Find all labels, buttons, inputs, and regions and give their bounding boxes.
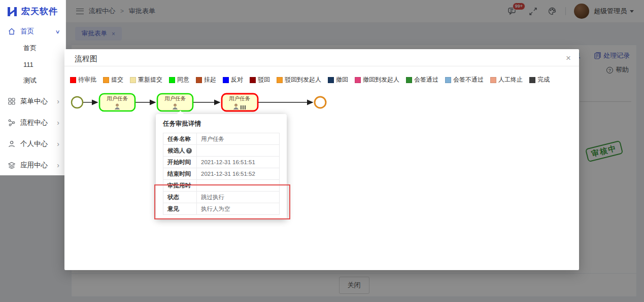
user-icon	[8, 140, 16, 147]
task-detail-table: 任务名称 用户任务 候选人 开始时间 2021-12-31 16:51:51 结…	[163, 133, 280, 215]
task-label: 用户任务	[229, 95, 251, 101]
flow-diagram-modal: 流程图 待审批 提交 重新提交 同意 挂起 反对 驳回 驳回到发起人 撤回 撤回…	[64, 49, 579, 270]
sidebar: 宏天软件 首页 首页 111 测试 菜单中心 流程中心	[0, 0, 66, 175]
table-row: 开始时间 2021-12-31 16:51:51	[163, 157, 280, 168]
sidebar-item-home[interactable]: 首页	[0, 23, 65, 40]
legend-swatch	[169, 77, 175, 83]
modal-header: 流程图	[64, 49, 579, 66]
legend-swatch	[223, 77, 229, 83]
layers-icon	[8, 162, 16, 169]
brand-logo[interactable]: 宏天软件	[0, 0, 65, 23]
sidebar-menu: 首页 首页 111 测试 菜单中心 流程中心 个人中心	[0, 23, 65, 174]
legend-item: 反对	[223, 76, 243, 84]
legend-item: 会签不通过	[445, 76, 484, 84]
chevron-right-icon	[57, 140, 59, 148]
legend-item: 会签通过	[406, 76, 438, 84]
task-approval-tooltip: 任务审批详情 任务名称 用户任务 候选人 开始时间 2021-12-31 16:…	[156, 114, 287, 219]
chevron-right-icon	[57, 119, 59, 127]
legend-item: 同意	[169, 76, 189, 84]
workflow-icon	[8, 119, 16, 126]
legend-item: 撤回到发起人	[355, 76, 399, 84]
legend-swatch	[103, 77, 109, 83]
table-row: 任务名称 用户任务	[163, 133, 280, 145]
legend-swatch	[445, 77, 451, 83]
legend-swatch	[70, 77, 76, 83]
chevron-right-icon	[57, 161, 59, 169]
modal-close-icon[interactable]	[566, 54, 571, 62]
tooltip-title: 任务审批详情	[156, 114, 287, 133]
status-legend: 待审批 提交 重新提交 同意 挂起 反对 驳回 驳回到发起人 撤回 撤回到发起人…	[64, 66, 579, 84]
legend-swatch	[328, 77, 334, 83]
sidebar-item-personal-center[interactable]: 个人中心	[0, 135, 65, 153]
legend-item: 提交	[103, 76, 123, 84]
sidebar-item-menu-center[interactable]: 菜单中心	[0, 93, 65, 110]
table-row: 审批用时	[163, 180, 280, 192]
sidebar-subitem-test[interactable]: 测试	[0, 72, 65, 89]
legend-item: 驳回	[250, 76, 270, 84]
legend-item: 重新提交	[130, 76, 162, 84]
home-submenu: 首页 111 测试	[0, 40, 65, 89]
legend-item: 人工终止	[490, 76, 523, 84]
sidebar-subitem-111[interactable]: 111	[0, 56, 65, 72]
legend-swatch	[196, 77, 202, 83]
legend-swatch	[277, 77, 283, 83]
legend-item: 完成	[529, 76, 550, 84]
legend-item: 挂起	[196, 76, 216, 84]
legend-swatch	[250, 77, 256, 83]
legend-swatch	[490, 77, 496, 83]
task-label: 用户任务	[164, 95, 186, 101]
table-row: 结束时间 2021-12-31 16:51:52	[163, 168, 280, 180]
table-row: 状态 跳过执行	[163, 192, 280, 203]
legend-item: 待审批	[70, 76, 96, 84]
sidebar-item-process-center[interactable]: 流程中心	[0, 114, 65, 131]
help-icon	[186, 148, 192, 154]
legend-swatch	[406, 77, 412, 83]
task-label: 用户任务	[107, 95, 128, 101]
end-event-node[interactable]	[315, 97, 326, 108]
legend-swatch	[130, 77, 136, 83]
bpmn-diagram: 用户任务 用户任务 用户任务	[64, 91, 579, 122]
table-row: 意见 执行人为空	[163, 203, 280, 215]
sidebar-item-app-center[interactable]: 应用中心	[0, 157, 65, 174]
home-icon	[8, 28, 16, 35]
chevron-right-icon	[57, 97, 59, 105]
chevron-down-icon	[55, 29, 60, 34]
grid-icon	[8, 98, 16, 105]
table-row: 候选人	[163, 145, 280, 157]
start-event-node[interactable]	[72, 97, 83, 108]
modal-title: 流程图	[75, 54, 97, 63]
sidebar-subitem-home[interactable]: 首页	[0, 40, 65, 56]
brand-name: 宏天软件	[21, 6, 58, 17]
legend-item: 撤回	[328, 76, 348, 84]
legend-item: 驳回到发起人	[277, 76, 321, 84]
legend-swatch	[355, 77, 361, 83]
multi-instance-icon	[241, 105, 246, 109]
legend-swatch	[529, 77, 535, 83]
brand-logo-icon	[7, 6, 18, 17]
